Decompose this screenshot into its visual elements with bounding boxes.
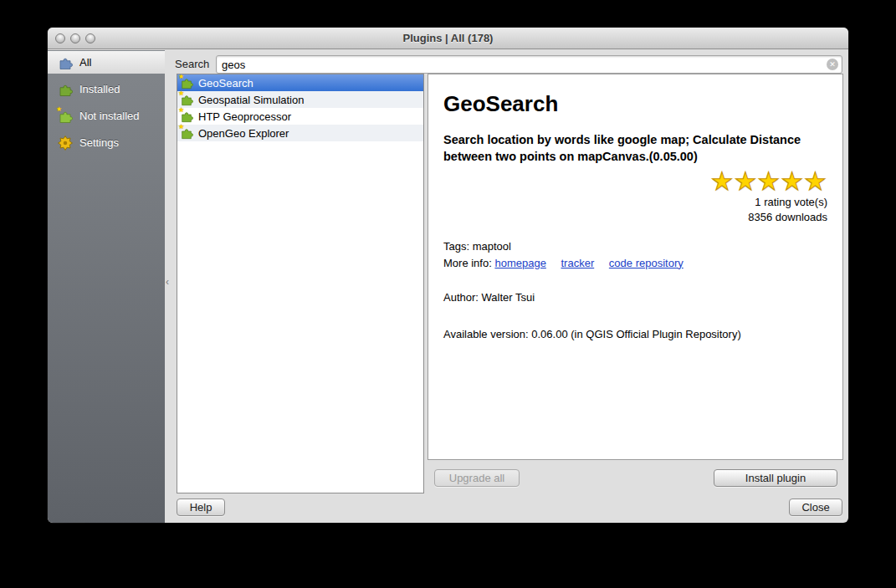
window-zoom-button[interactable] [85, 33, 95, 43]
window-title: Plugins | All (178) [48, 28, 848, 49]
more-info-line: More info: homepage tracker code reposit… [443, 255, 827, 272]
plugin-name: Geospatial Simulation [198, 94, 304, 106]
titlebar: Plugins | All (178) [48, 28, 848, 49]
sidebar-item-label: Settings [79, 136, 119, 149]
sidebar-item-all[interactable]: All [48, 51, 165, 74]
splitter-handle[interactable]: ‹ [166, 277, 169, 287]
tags-value: maptool [473, 240, 511, 253]
search-label: Search [175, 55, 209, 74]
star-badge-icon: ★ [56, 105, 62, 113]
star-badge-icon: ★ [178, 106, 184, 114]
plugin-list-item[interactable]: ★ GeoSearch [177, 74, 423, 91]
sidebar: All Installed ★ Not installed Settings [48, 50, 165, 523]
plugin-title: GeoSearch [443, 91, 827, 117]
star-badge-icon: ★ [178, 74, 184, 80]
puzzle-not-installed-icon: ★ [58, 109, 73, 124]
downloads-count: 8356 downloads [443, 210, 827, 225]
window-minimize-button[interactable] [70, 33, 80, 43]
plugin-description: Search location by words like google map… [443, 132, 827, 165]
sidebar-item-settings[interactable]: Settings [48, 131, 165, 154]
help-button[interactable]: Help [177, 499, 225, 516]
window-close-button[interactable] [55, 33, 65, 43]
sidebar-item-installed[interactable]: Installed [48, 78, 165, 100]
plugin-puzzle-icon: ★ [180, 93, 193, 106]
star-badge-icon: ★ [178, 89, 184, 97]
author-line: Author: Walter Tsui [443, 289, 827, 306]
install-plugin-button[interactable]: Install plugin [714, 469, 837, 487]
plugin-name: GeoSearch [198, 77, 253, 89]
plugin-name: OpenGeo Explorer [198, 127, 289, 140]
search-input[interactable] [216, 55, 842, 74]
sidebar-item-label: Installed [79, 83, 120, 95]
clear-search-icon[interactable]: ✕ [827, 59, 838, 70]
tags-line: Tags: maptool [443, 238, 827, 255]
homepage-link[interactable]: homepage [494, 257, 545, 269]
more-info-label: More info: [443, 257, 494, 269]
plugin-list-item[interactable]: ★ OpenGeo Explorer [177, 125, 423, 141]
sidebar-item-label: All [79, 56, 91, 69]
available-version-line: Available version: 0.06.00 (in QGIS Offi… [443, 326, 827, 343]
plugin-puzzle-icon: ★ [180, 110, 193, 123]
tags-label: Tags: [443, 240, 473, 253]
puzzle-all-icon [58, 55, 73, 70]
gear-icon [58, 135, 73, 151]
plugin-details-panel: GeoSearch Search location by words like … [428, 74, 843, 460]
puzzle-installed-icon [58, 82, 73, 97]
tracker-link[interactable]: tracker [561, 257, 595, 269]
sidebar-item-label: Not installed [79, 110, 140, 122]
rating-stars-icon: ★★★★★ [443, 168, 827, 195]
close-button[interactable]: Close [789, 499, 842, 516]
plugin-name: HTP Geoprocessor [198, 110, 291, 123]
plugin-list: ★ GeoSearch ★ Geospatial Simulation ★ HT… [177, 74, 424, 493]
plugins-window: Plugins | All (178) All Installed ★ Not … [48, 28, 848, 523]
rating-votes: 1 rating vote(s) [443, 195, 827, 210]
upgrade-all-button[interactable]: Upgrade all [434, 469, 520, 487]
sidebar-item-not-installed[interactable]: ★ Not installed [48, 105, 165, 127]
plugin-puzzle-icon: ★ [180, 126, 193, 140]
plugin-puzzle-icon: ★ [180, 76, 193, 89]
plugin-list-item[interactable]: ★ HTP Geoprocessor [177, 108, 423, 125]
star-badge-icon: ★ [178, 123, 184, 130]
plugin-list-item[interactable]: ★ Geospatial Simulation [177, 91, 423, 108]
code-repository-link[interactable]: code repository [609, 257, 684, 269]
